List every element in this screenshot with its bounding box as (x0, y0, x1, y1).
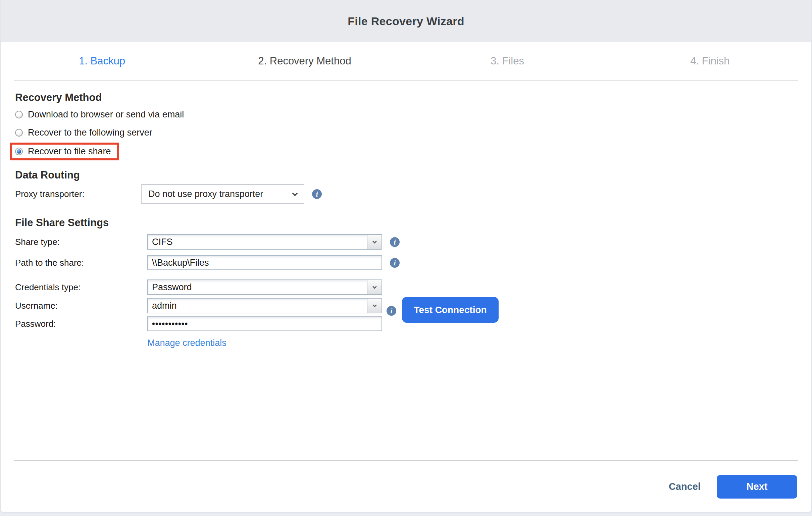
recovery-method-heading: Recovery Method (1, 92, 811, 104)
data-routing-heading: Data Routing (1, 169, 811, 181)
credentials-type-row: Credentials type: Password (1, 280, 811, 295)
step-files: 3. Files (406, 55, 609, 67)
proxy-transporter-select[interactable]: Do not use proxy transporter (141, 184, 304, 204)
steps-divider (14, 80, 798, 81)
wizard-steps: 1. Backup 2. Recovery Method 3. Files 4.… (1, 42, 811, 80)
selection-highlight-box: Recover to file share (10, 143, 119, 161)
path-to-share-label: Path to the share: (15, 258, 147, 268)
test-connection-button[interactable]: Test Connection (402, 297, 499, 323)
credentials-type-value: Password (148, 282, 367, 292)
info-icon[interactable]: i (312, 189, 322, 199)
proxy-transporter-label: Proxy transporter: (15, 189, 141, 199)
username-label: Username: (15, 300, 147, 311)
step-finish: 4. Finish (609, 55, 811, 67)
chevron-down-icon[interactable] (367, 280, 381, 294)
password-label: Password: (15, 319, 147, 329)
manage-credentials-link[interactable]: Manage credentials (147, 338, 227, 348)
proxy-transporter-row: Proxy transporter: Do not use proxy tran… (1, 184, 811, 204)
info-icon[interactable]: i (386, 306, 396, 316)
info-icon[interactable]: i (390, 258, 400, 268)
share-type-label: Share type: (15, 237, 147, 247)
username-select[interactable]: admin (147, 298, 382, 313)
proxy-transporter-value: Do not use proxy transporter (148, 189, 263, 199)
share-type-row: Share type: CIFS i (1, 234, 811, 250)
step-backup[interactable]: 1. Backup (1, 55, 203, 67)
username-row: Username: admin i Test Connection (1, 298, 811, 313)
chevron-down-icon[interactable] (367, 298, 381, 313)
wizard-footer: Cancel Next (669, 474, 797, 499)
radio-label[interactable]: Recover to the following server (28, 127, 152, 138)
next-button[interactable]: Next (717, 475, 797, 498)
cancel-button[interactable]: Cancel (669, 481, 701, 492)
radio-row-file-share[interactable]: Recover to file share (1, 143, 811, 161)
file-recovery-wizard-dialog: File Recovery Wizard 1. Backup 2. Recove… (0, 0, 812, 513)
screen: File Recovery Wizard 1. Backup 2. Recove… (0, 0, 812, 516)
radio-download-to-browser[interactable] (15, 111, 23, 118)
path-to-share-input[interactable] (147, 255, 382, 270)
username-value: admin (148, 300, 367, 311)
info-icon[interactable]: i (390, 237, 400, 247)
file-share-settings-heading: File Share Settings (1, 217, 811, 229)
share-type-value: CIFS (148, 237, 367, 247)
credentials-type-label: Credentials type: (15, 282, 147, 292)
radio-recover-to-server[interactable] (15, 129, 23, 137)
credentials-type-select[interactable]: Password (147, 280, 382, 295)
share-type-select[interactable]: CIFS (147, 234, 382, 250)
path-to-share-row: Path to the share: i (1, 255, 811, 270)
radio-label[interactable]: Recover to file share (28, 146, 111, 157)
radio-row-server[interactable]: Recover to the following server (1, 125, 811, 140)
wizard-header: File Recovery Wizard (1, 0, 811, 42)
wizard-content: Recovery Method Download to browser or s… (1, 92, 811, 348)
password-input[interactable] (147, 316, 382, 331)
radio-recover-to-file-share[interactable] (15, 148, 23, 155)
wizard-title: File Recovery Wizard (348, 15, 464, 28)
chevron-down-icon (292, 190, 298, 196)
step-recovery-method: 2. Recovery Method (203, 55, 406, 67)
radio-row-download[interactable]: Download to browser or send via email (1, 107, 811, 122)
chevron-down-icon[interactable] (367, 235, 381, 249)
footer-divider (14, 460, 798, 461)
radio-label[interactable]: Download to browser or send via email (28, 109, 184, 120)
